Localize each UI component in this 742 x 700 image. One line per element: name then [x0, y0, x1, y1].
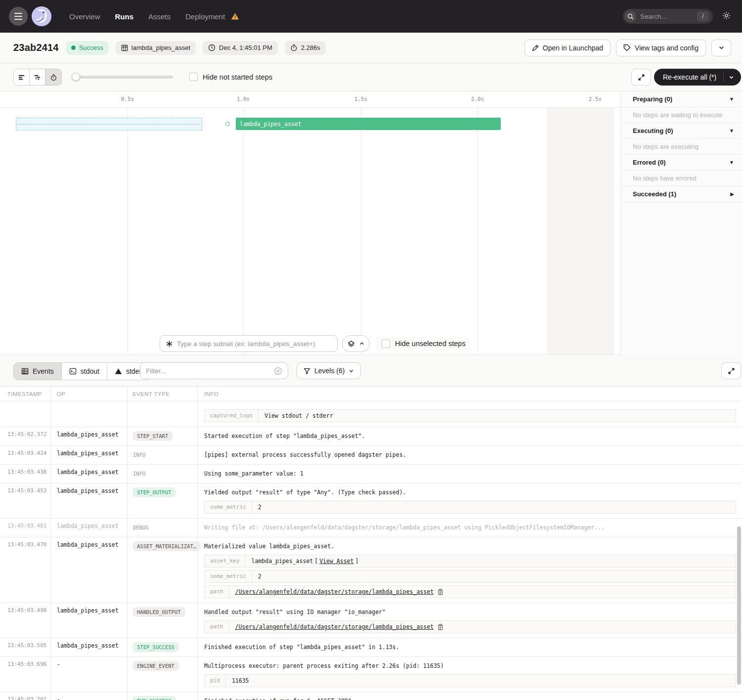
timed-view-button[interactable]	[45, 69, 61, 85]
target-chip[interactable]: lambda_pipes_asset	[116, 41, 196, 55]
event-type-badge: INFO	[132, 450, 150, 460]
view-tags-config-button[interactable]: View tags and config	[616, 40, 706, 56]
log-row: 13:45:03.461lambda_pipes_assetDEBUGWriti…	[0, 519, 742, 537]
logs-fullscreen-button[interactable]	[721, 362, 741, 379]
log-timestamp[interactable]: 13:45:02.372	[0, 427, 51, 445]
log-timestamp[interactable]: 13:45:03.470	[0, 537, 51, 603]
log-timestamp[interactable]: 13:45:03.438	[0, 465, 51, 483]
run-header-more-button[interactable]	[711, 40, 731, 56]
log-message: Finished execution of run for "__ASSET_J…	[204, 696, 736, 700]
log-message: Handled output "result" using IO manager…	[204, 607, 736, 616]
graph-query-toggle-button[interactable]	[342, 335, 370, 352]
gantt-after-run-region	[547, 108, 613, 354]
log-op: -	[51, 692, 128, 700]
log-message: Using some_parameter value: 1	[204, 469, 736, 478]
log-timestamp[interactable]: 13:45:03.505	[0, 638, 51, 656]
dagster-logo-icon[interactable]	[32, 6, 51, 26]
metadata-text: View stdout / stderr	[264, 412, 333, 419]
pencil-icon	[532, 44, 539, 51]
copy-icon[interactable]	[437, 624, 443, 630]
hide-not-started-checkbox[interactable]	[189, 73, 198, 81]
zoom-slider-handle[interactable]	[72, 73, 80, 81]
metadata-entry: path/Users/alangenfeld/data/dagster/stor…	[204, 620, 736, 633]
flat-view-icon	[18, 74, 25, 81]
hide-unselected-label: Hide unselected steps	[395, 340, 466, 348]
metadata-link[interactable]: View Asset	[319, 558, 353, 565]
metadata-value: 11635	[226, 675, 255, 687]
search-input[interactable]: Search... /	[623, 9, 713, 24]
status-section-title: Preparing (0)	[633, 95, 672, 103]
log-event-type: INFO	[128, 446, 198, 464]
log-timestamp[interactable]: 13:45:03.696	[0, 657, 51, 692]
log-timestamp[interactable]: 13:45:03.424	[0, 446, 51, 464]
events-table-header: TIMESTAMPOPEVENT TYPEINFO	[0, 387, 742, 401]
status-section-header[interactable]: Succeeded (1)▶	[621, 186, 742, 202]
status-section-title: Executing (0)	[633, 127, 673, 134]
log-timestamp[interactable]: 13:45:03.461	[0, 519, 51, 537]
metadata-link[interactable]: /Users/alangenfeld/data/dagster/storage/…	[235, 623, 434, 630]
log-op: lambda_pipes_asset	[51, 603, 128, 638]
metadata-link[interactable]: /Users/alangenfeld/data/dagster/storage/…	[235, 588, 434, 595]
status-section-title: Errored (0)	[633, 159, 665, 166]
status-section-header[interactable]: Preparing (0)▼	[621, 91, 742, 107]
tab-stdout[interactable]: stdout	[62, 363, 107, 380]
warning-icon	[115, 368, 122, 375]
levels-dropdown[interactable]: Levels (6)	[297, 362, 361, 379]
zoom-slider[interactable]	[72, 76, 173, 79]
terminal-icon	[69, 368, 77, 375]
caret-down-icon: ▼	[729, 128, 734, 133]
status-dot-icon	[71, 45, 76, 50]
flat-view-button[interactable]	[14, 69, 30, 85]
metadata-value: /Users/alangenfeld/data/dagster/storage/…	[229, 586, 450, 598]
hide-not-started-label: Hide not started steps	[203, 73, 272, 81]
nav-item-deployment[interactable]: Deployment	[185, 12, 225, 21]
search-icon	[624, 10, 636, 22]
log-event-type: STEP_OUTPUT	[128, 483, 198, 518]
log-event-type: DEBUG	[128, 519, 198, 537]
copy-icon[interactable]	[437, 589, 443, 595]
metadata-text: lambda_pipes_asset	[252, 558, 313, 565]
status-section-body: No steps are executing	[621, 139, 742, 155]
hide-unselected-checkbox[interactable]	[382, 340, 390, 348]
metadata-key: some_metric	[205, 501, 252, 513]
log-row: 13:45:03.505lambda_pipes_assetSTEP_SUCCE…	[0, 638, 742, 657]
fullscreen-icon	[728, 367, 735, 375]
log-timestamp[interactable]: 13:45:03.498	[0, 603, 51, 638]
reexecute-all-button[interactable]: Re-execute all (*)	[654, 69, 741, 86]
gear-icon[interactable]	[722, 11, 731, 22]
log-op: lambda_pipes_asset	[51, 519, 128, 537]
gantt-step-bar[interactable]: lambda_pipes_asset	[236, 118, 501, 130]
nav-item-assets[interactable]: Assets	[148, 12, 171, 21]
events-table: TIMESTAMPOPEVENT TYPEINFO captured_logsV…	[0, 386, 742, 700]
metadata-key: path	[205, 621, 229, 633]
funnel-icon	[304, 367, 310, 374]
metadata-entry: captured_logsView stdout / stderr	[204, 409, 736, 422]
event-type-badge: INFO	[132, 469, 150, 479]
warning-icon	[231, 12, 239, 20]
event-type-badge: ASSET_MATERIALIZAT…	[132, 541, 201, 551]
step-subset-input[interactable]: Type a step subset (ex: lambda_pipes_ass…	[160, 335, 338, 352]
metadata-entry: asset_keylambda_pipes_asset [View Asset]	[204, 555, 736, 568]
log-timestamp[interactable]: 13:45:03.453	[0, 483, 51, 518]
nav-item-overview[interactable]: Overview	[69, 12, 100, 21]
logs-scrollbar[interactable]	[737, 526, 741, 685]
open-in-launchpad-button[interactable]: Open in Launchpad	[524, 40, 611, 56]
timeline-tick-label: 2.0s	[471, 96, 484, 102]
tab-events[interactable]: Events	[14, 363, 62, 380]
waterfall-view-button[interactable]	[30, 69, 45, 85]
clear-filter-icon[interactable]	[274, 367, 282, 375]
log-info: Using some_parameter value: 1	[198, 465, 742, 483]
log-filter-input[interactable]: Filter...	[140, 362, 288, 379]
menu-icon[interactable]	[9, 7, 28, 26]
log-op: lambda_pipes_asset	[51, 465, 128, 483]
nav-item-runs[interactable]: Runs	[115, 12, 134, 21]
log-timestamp[interactable]: 13:45:03.701	[0, 692, 51, 700]
status-section-header[interactable]: Executing (0)▼	[621, 123, 742, 139]
log-op: lambda_pipes_asset	[51, 483, 128, 518]
status-section-header[interactable]: Errored (0)▼	[621, 155, 742, 171]
gantt-fullscreen-button[interactable]	[631, 69, 651, 86]
log-event-type	[128, 401, 198, 427]
reexecute-options-button[interactable]	[724, 75, 741, 80]
clock-icon	[208, 44, 216, 51]
log-info: captured_logsView stdout / stderr	[198, 401, 742, 427]
